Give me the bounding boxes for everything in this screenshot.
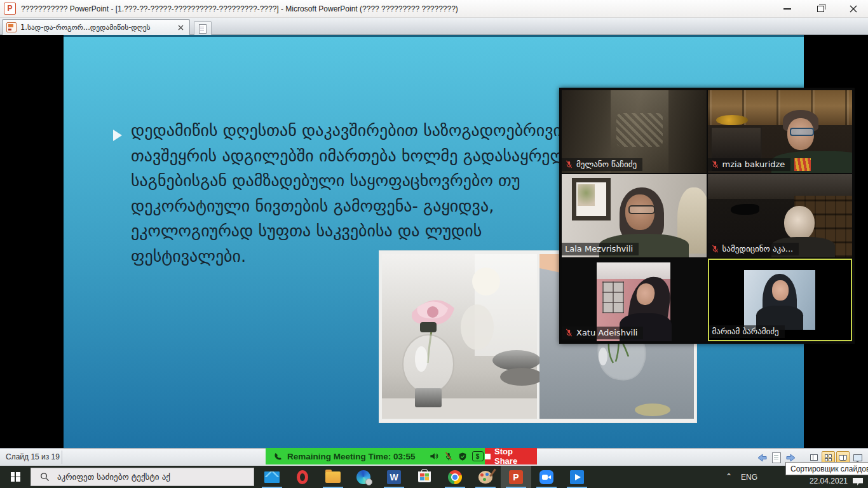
phone-icon bbox=[273, 452, 283, 461]
meeting-participants-panel: მელანო წაჩიძე mzia bakuridze Lala Mezvri… bbox=[559, 88, 855, 344]
muted-mic-icon bbox=[565, 329, 573, 337]
slide-sorter-icon bbox=[825, 454, 832, 461]
slide-sorter-tooltip: Сортировщик слайдов bbox=[785, 462, 868, 475]
taskbar-app-edge[interactable] bbox=[348, 466, 379, 488]
chrome-icon bbox=[448, 470, 462, 484]
presentation-file-icon bbox=[6, 22, 17, 32]
slide-text-line: ეკოლოგიურად სუფთა საკვებისა და ლუდის bbox=[131, 219, 576, 244]
tab-close-icon bbox=[178, 25, 184, 30]
muted-mic-icon bbox=[711, 245, 719, 253]
new-tab-button[interactable] bbox=[194, 21, 212, 36]
search-input[interactable] bbox=[56, 471, 236, 482]
participant-name-tag: Lala Mezvrishvili bbox=[562, 243, 639, 255]
participant-name: mzia bakuridze bbox=[722, 159, 785, 169]
participant-video-active-speaker[interactable]: მარიამ ბარამიძე bbox=[708, 259, 853, 341]
windows-taskbar: W P ⌃ ENG bbox=[0, 466, 868, 488]
screen: P ??????????? PowerPoint - [1.???-??-???… bbox=[0, 0, 868, 488]
muted-mic-icon bbox=[565, 160, 573, 168]
powerpoint-icon: P bbox=[509, 470, 523, 484]
taskbar-app-movies[interactable] bbox=[562, 466, 592, 488]
taskbar-app-file-explorer[interactable] bbox=[318, 466, 348, 488]
movies-tv-icon bbox=[570, 470, 584, 484]
window-title: ??????????? PowerPoint - [1.???-??-?????… bbox=[21, 4, 458, 13]
taskbar-app-opera[interactable] bbox=[287, 466, 318, 488]
participant-name: მარიამ ბარამიძე bbox=[712, 327, 779, 336]
security-shield-icon[interactable] bbox=[458, 452, 467, 461]
zoom-meeting-bar: Remaining Meeting Time: 03:55 $ bbox=[266, 448, 485, 464]
slide-counter: Слайд 15 из 19 bbox=[6, 452, 60, 461]
start-button[interactable] bbox=[0, 466, 31, 488]
powerpoint-app-icon: P bbox=[4, 3, 16, 15]
speaker-icon[interactable] bbox=[430, 452, 439, 461]
document-tab[interactable]: 1.სად-და-როგორ...დედამიწის-დღეს bbox=[2, 19, 190, 35]
opera-icon bbox=[297, 470, 308, 484]
stop-icon bbox=[485, 454, 491, 459]
normal-view-icon bbox=[810, 454, 818, 461]
participant-video[interactable]: მელანო წაჩიძე bbox=[562, 90, 707, 173]
taskbar-app-store[interactable] bbox=[409, 466, 440, 488]
powerpoint-titlebar: P ??????????? PowerPoint - [1.???-??-???… bbox=[0, 0, 868, 18]
taskbar-app-zoom[interactable] bbox=[531, 466, 562, 488]
paint-icon bbox=[478, 471, 492, 484]
show-hidden-icons-chevron[interactable]: ⌃ bbox=[726, 472, 732, 481]
participant-name-tag: მელანო წაჩიძე bbox=[562, 158, 642, 171]
minimize-icon bbox=[783, 8, 791, 10]
tab-close-button[interactable] bbox=[175, 22, 186, 32]
taskbar-app-word[interactable]: W bbox=[379, 466, 409, 488]
previous-slide-button[interactable] bbox=[757, 454, 767, 462]
tab-label: 1.სად-და-როგორ...დედამიწის-დღეს bbox=[20, 23, 151, 32]
stop-share-button[interactable]: Stop Share bbox=[485, 448, 537, 464]
slide-body-text: დედამიწის დღესთან დაკავშირებით საზოგადოე… bbox=[131, 118, 576, 269]
muted-mic-icon bbox=[711, 160, 719, 168]
participant-name: Lala Mezvrishvili bbox=[565, 244, 633, 254]
restore-icon bbox=[817, 6, 824, 12]
close-icon bbox=[850, 5, 857, 13]
next-slide-button[interactable] bbox=[786, 454, 796, 462]
word-icon: W bbox=[387, 470, 401, 484]
search-icon bbox=[40, 472, 50, 482]
taskbar-app-paint[interactable] bbox=[470, 466, 501, 488]
slide-text-line: საგნებისგან დამზადებული საყოფაცხოვრებო თ… bbox=[131, 168, 576, 194]
participant-name-tag: mzia bakuridze bbox=[708, 158, 791, 171]
slideshow-icon bbox=[853, 454, 862, 461]
minimize-button[interactable] bbox=[779, 3, 796, 15]
taskbar-app-powerpoint[interactable]: P bbox=[501, 466, 531, 488]
new-document-icon bbox=[199, 24, 207, 34]
bullet-triangle-icon bbox=[113, 130, 122, 141]
mail-icon bbox=[264, 471, 280, 483]
participant-video[interactable]: mzia bakuridze bbox=[708, 90, 853, 173]
microsoft-store-icon bbox=[418, 471, 431, 482]
taskbar-app-mail[interactable] bbox=[257, 466, 287, 488]
notes-icon[interactable] bbox=[772, 452, 781, 463]
windows-logo-icon bbox=[11, 472, 20, 482]
participant-video[interactable]: Xatu Adeishvili bbox=[562, 259, 707, 341]
remaining-time-label: Remaining Meeting Time: 03:55 bbox=[287, 452, 416, 461]
close-button[interactable] bbox=[845, 3, 862, 15]
participant-name: სამედიცინო აკა... bbox=[722, 244, 794, 254]
participant-name-tag: სამედიცინო აკა... bbox=[708, 243, 799, 255]
reading-view-icon bbox=[839, 455, 847, 461]
participant-name-tag: მარიამ ბარამიძე bbox=[709, 325, 785, 338]
participant-name-tag: Xatu Adeishvili bbox=[562, 327, 643, 339]
file-explorer-icon bbox=[325, 471, 341, 483]
taskbar-app-chrome[interactable] bbox=[440, 466, 470, 488]
payment-icon[interactable]: $ bbox=[472, 451, 484, 461]
participant-video[interactable]: Lala Mezvrishvili bbox=[562, 174, 707, 257]
slide-text-line: თავშეყრის ადგილებში იმართება ხოლმე გადას… bbox=[131, 144, 576, 169]
document-tab-bar: 1.სად-და-როგორ...დედამიწის-დღეს bbox=[0, 18, 868, 35]
participant-name: მელანო წაჩიძე bbox=[576, 159, 637, 169]
zoom-app-icon bbox=[539, 470, 553, 484]
taskbar-search[interactable] bbox=[31, 468, 254, 486]
participant-video[interactable]: სამედიცინო აკა... bbox=[708, 174, 853, 257]
restore-button[interactable] bbox=[812, 3, 829, 15]
slide-text-line: დედამიწის დღესთან დაკავშირებით საზოგადოე… bbox=[131, 118, 576, 144]
stop-share-label: Stop Share bbox=[494, 447, 537, 466]
participant-name: Xatu Adeishvili bbox=[576, 328, 637, 337]
edge-icon bbox=[356, 470, 370, 484]
language-indicator[interactable]: ENG bbox=[741, 473, 757, 482]
slide-text-line: დეკორატიული ნივთების გამოფენა- გაყიდვა, bbox=[131, 194, 576, 219]
taskbar-date[interactable]: 22.04.2021 bbox=[810, 477, 848, 485]
mic-muted-icon[interactable] bbox=[444, 452, 453, 461]
